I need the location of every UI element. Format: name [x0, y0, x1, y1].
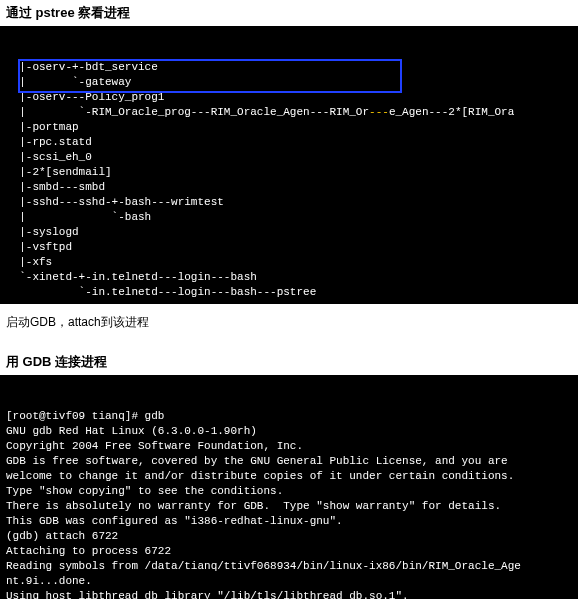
terminal-line: `-xinetd-+-in.telnetd---login---bash	[6, 270, 572, 285]
terminal-line: | `-RIM_Oracle_prog---RIM_Oracle_Agen---…	[6, 105, 572, 120]
terminal-line: (gdb) attach 6722	[6, 529, 572, 544]
terminal-line: welcome to change it and/or distribute c…	[6, 469, 572, 484]
caption-start-gdb: 启动GDB，attach到该进程	[0, 304, 578, 349]
section-title-gdb: 用 GDB 连接进程	[0, 349, 578, 375]
terminal-line: |-oserv---Policy_prog1	[6, 90, 572, 105]
terminal-line: | `-gateway	[6, 75, 572, 90]
terminal-line: |-xfs	[6, 255, 572, 270]
terminal-line: |-portmap	[6, 120, 572, 135]
terminal-line: GDB is free software, covered by the GNU…	[6, 454, 572, 469]
terminal-line: |-sshd---sshd-+-bash---wrimtest	[6, 195, 572, 210]
terminal-line: Reading symbols from /data/tianq/ttivf06…	[6, 559, 572, 574]
terminal-line: |-2*[sendmail]	[6, 165, 572, 180]
terminal-line: [root@tivf09 tianq]# gdb	[6, 409, 572, 424]
terminal-line: Using host libthread_db library "/lib/tl…	[6, 589, 572, 599]
terminal-pstree: |-oserv-+-bdt_service | `-gateway |-oser…	[0, 26, 578, 304]
terminal-line: |-vsftpd	[6, 240, 572, 255]
terminal-gdb: [root@tivf09 tianq]# gdbGNU gdb Red Hat …	[0, 375, 578, 599]
terminal-line: `-in.telnetd---login---bash---pstree	[6, 285, 572, 300]
terminal-line: |-scsi_eh_0	[6, 150, 572, 165]
terminal-line: Type "show copying" to see the condition…	[6, 484, 572, 499]
terminal-line: Attaching to process 6722	[6, 544, 572, 559]
terminal-line: |-syslogd	[6, 225, 572, 240]
terminal-line: |-smbd---smbd	[6, 180, 572, 195]
terminal-line: | `-bash	[6, 210, 572, 225]
terminal-line: |-oserv-+-bdt_service	[6, 60, 572, 75]
terminal-line: This GDB was configured as "i386-redhat-…	[6, 514, 572, 529]
terminal-line: GNU gdb Red Hat Linux (6.3.0.0-1.90rh)	[6, 424, 572, 439]
terminal-line: |-rpc.statd	[6, 135, 572, 150]
terminal-line: There is absolutely no warranty for GDB.…	[6, 499, 572, 514]
section-title-pstree: 通过 pstree 察看进程	[0, 0, 578, 26]
terminal-line: Copyright 2004 Free Software Foundation,…	[6, 439, 572, 454]
terminal-line: nt.9i...done.	[6, 574, 572, 589]
